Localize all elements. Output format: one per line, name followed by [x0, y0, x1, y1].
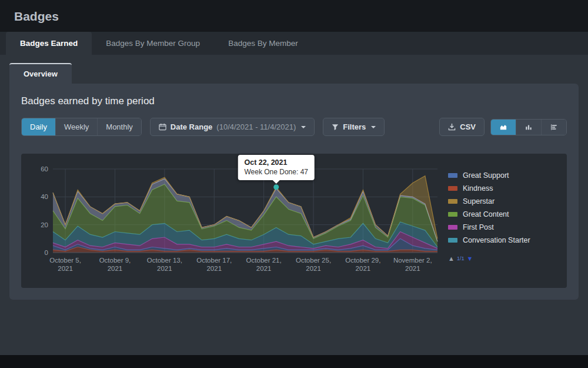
filters-button[interactable]: Filters: [323, 118, 385, 136]
right-controls: CSV: [439, 118, 567, 136]
legend-page-count: 1/1: [457, 256, 465, 261]
legend-item[interactable]: Superstar: [448, 197, 559, 205]
tooltip-body: Week One Done: 47: [244, 168, 308, 176]
svg-text:October 25,: October 25,: [296, 257, 331, 264]
chart-tooltip: Oct 22, 2021 Week One Done: 47: [238, 155, 315, 180]
legend-label: Great Support: [463, 171, 509, 180]
legend-page-down-icon[interactable]: ▼: [466, 255, 473, 262]
page-header: Badges: [0, 0, 588, 32]
legend-label: Conversation Starter: [463, 236, 530, 244]
filter-icon: [332, 124, 339, 131]
legend-label: Kindness: [463, 184, 493, 193]
period-button-group: Daily Weekly Monthly: [21, 118, 142, 136]
legend-pagination: ▲ 1/1 ▼: [448, 255, 559, 262]
chart-type-button-group: [490, 119, 567, 135]
calendar-icon: [159, 123, 166, 131]
legend-color-marker: [448, 225, 457, 230]
tab-badges-by-member-group[interactable]: Badges By Member Group: [92, 32, 214, 55]
legend-color-marker: [448, 173, 457, 178]
svg-text:2021: 2021: [405, 265, 420, 272]
weekly-button[interactable]: Weekly: [55, 118, 97, 135]
chevron-down-icon: [371, 126, 376, 128]
legend-color-marker: [448, 186, 457, 191]
legend-item[interactable]: Great Support: [448, 171, 559, 180]
badges-panel: Badges earned by time period Daily Weekl…: [9, 84, 579, 300]
svg-text:2021: 2021: [206, 265, 222, 272]
controls-row: Daily Weekly Monthly Date Range (10/4/20…: [21, 118, 567, 136]
csv-download-button[interactable]: CSV: [439, 118, 485, 136]
svg-text:40: 40: [41, 193, 48, 200]
page-footer: [0, 355, 588, 368]
svg-text:October 21,: October 21,: [246, 257, 282, 264]
panel-heading: Badges earned by time period: [21, 95, 567, 107]
date-range-label: Date Range: [171, 122, 213, 131]
filters-label: Filters: [343, 122, 366, 131]
page-content: Overview Badges earned by time period Da…: [0, 55, 588, 355]
monthly-button[interactable]: Monthly: [97, 118, 141, 135]
svg-text:2021: 2021: [306, 265, 321, 272]
tab-overview[interactable]: Overview: [9, 63, 72, 84]
legend-label: First Post: [463, 223, 494, 231]
page-title: Badges: [14, 9, 59, 23]
svg-text:October 9,: October 9,: [99, 257, 131, 264]
chart-legend-list: Great SupportKindnessSuperstarGreat Cont…: [448, 171, 559, 244]
svg-text:2021: 2021: [157, 265, 172, 272]
area-chart-icon: [499, 124, 507, 131]
legend-color-marker: [448, 238, 457, 243]
chart-legend: Great SupportKindnessSuperstarGreat Cont…: [445, 163, 559, 262]
svg-text:60: 60: [41, 165, 48, 173]
tab-badges-earned[interactable]: Badges Earned: [6, 32, 92, 55]
legend-item[interactable]: Conversation Starter: [448, 236, 559, 244]
legend-color-marker: [448, 199, 457, 204]
legend-item[interactable]: Great Content: [448, 210, 559, 218]
csv-label: CSV: [460, 122, 476, 131]
horizontal-bar-chart-icon: [550, 124, 558, 131]
bar-chart-icon: [524, 124, 533, 131]
chart-inset: 0204060October 5,2021October 9,2021Octob…: [21, 154, 567, 288]
svg-text:2021: 2021: [256, 265, 272, 272]
legend-page-up-icon[interactable]: ▲: [448, 255, 455, 262]
area-chart-button[interactable]: [491, 120, 516, 135]
legend-color-marker: [448, 212, 457, 217]
tab-badges-by-member[interactable]: Badges By Member: [214, 32, 312, 55]
date-range-value: (10/4/2021 - 11/4/2021): [216, 122, 296, 131]
tooltip-title: Oct 22, 2021: [244, 158, 308, 167]
svg-text:2021: 2021: [58, 265, 73, 272]
svg-text:October 5,: October 5,: [49, 257, 81, 264]
chart-svg: 0204060October 5,2021October 9,2021Octob…: [29, 163, 445, 279]
svg-text:0: 0: [45, 249, 48, 256]
subtab-row: Overview: [9, 63, 579, 84]
svg-text:November 2,: November 2,: [393, 257, 432, 264]
legend-item[interactable]: Kindness: [448, 184, 559, 193]
svg-text:20: 20: [41, 221, 48, 228]
svg-text:2021: 2021: [108, 265, 123, 272]
chart-canvas[interactable]: 0204060October 5,2021October 9,2021Octob…: [29, 163, 445, 281]
legend-label: Great Content: [463, 210, 509, 218]
main-tabbar: Badges Earned Badges By Member Group Bad…: [0, 32, 588, 55]
svg-text:October 17,: October 17,: [196, 257, 232, 264]
chevron-down-icon: [301, 126, 306, 128]
svg-text:October 13,: October 13,: [147, 257, 182, 264]
svg-text:October 29,: October 29,: [345, 257, 380, 264]
download-icon: [448, 123, 456, 131]
horizontal-bar-chart-button[interactable]: [541, 120, 566, 135]
svg-text:2021: 2021: [356, 265, 371, 272]
bar-chart-button[interactable]: [516, 120, 541, 135]
legend-item[interactable]: First Post: [448, 223, 559, 231]
daily-button[interactable]: Daily: [22, 118, 55, 135]
date-range-button[interactable]: Date Range (10/4/2021 - 11/4/2021): [150, 118, 315, 136]
legend-label: Superstar: [463, 197, 495, 205]
